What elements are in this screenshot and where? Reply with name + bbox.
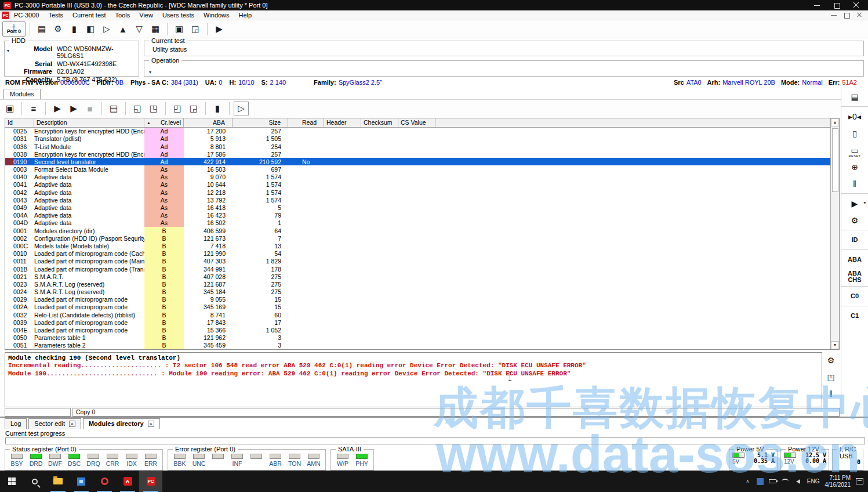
- read-sa-button[interactable]: ▽: [132, 22, 147, 36]
- log-pause-button[interactable]: ‖: [829, 389, 833, 399]
- stop-button[interactable]: ■: [82, 102, 97, 115]
- taskbar-search-button[interactable]: [23, 471, 46, 492]
- utility-tests-button[interactable]: ▤: [34, 22, 49, 36]
- save-to-file-button[interactable]: ◳: [146, 102, 161, 115]
- ime-icon[interactable]: [757, 478, 764, 485]
- tab-close-icon[interactable]: ×: [69, 421, 75, 427]
- log-settings-button[interactable]: ⚙: [827, 356, 835, 365]
- column-header-size[interactable]: Size: [233, 118, 288, 127]
- table-scrollbar[interactable]: ▲ ▼: [830, 118, 839, 349]
- c1-button[interactable]: C1: [841, 308, 868, 324]
- bottom-tab-sector-edit[interactable]: Sector edit×: [28, 418, 81, 429]
- mdi-close-icon[interactable]: [856, 12, 863, 19]
- rom-chip-button[interactable]: ▮: [67, 22, 82, 36]
- menu-help[interactable]: Help: [234, 11, 257, 19]
- mdi-minimize-icon[interactable]: [830, 12, 837, 19]
- log-save-button[interactable]: ◳: [827, 372, 834, 382]
- copy-windows-button[interactable]: ▣: [172, 22, 187, 36]
- menu-users-tests[interactable]: Users tests: [158, 11, 199, 19]
- taskbar-explorer-button[interactable]: [46, 471, 70, 492]
- service-tools-button[interactable]: ⚙: [841, 212, 868, 229]
- taskbar-pc3000-button[interactable]: PC: [139, 471, 162, 492]
- open-from-db-button[interactable]: ◰: [170, 102, 185, 115]
- table-row[interactable]: 0003Format Select Data ModuleAs16 503697: [5, 165, 830, 173]
- language-indicator[interactable]: ENG: [807, 478, 820, 484]
- read-modules-button[interactable]: ▣: [2, 102, 17, 115]
- scroll-down-icon[interactable]: ▼: [831, 341, 839, 349]
- mdi-app-icon[interactable]: PC: [2, 12, 9, 19]
- save-to-db-button[interactable]: ◲: [186, 102, 201, 115]
- table-row[interactable]: 004DAdaptive dataAs16 5021: [5, 219, 830, 227]
- column-header-cs-value[interactable]: CS Value: [398, 118, 435, 127]
- print-button[interactable]: ▤: [106, 102, 121, 115]
- table-row[interactable]: 0051Parameters table 2B345 4593: [5, 342, 830, 349]
- menu-current-test[interactable]: Current test: [68, 11, 110, 19]
- column-header-aba[interactable]: ABA: [184, 118, 233, 127]
- minimize-icon[interactable]: [813, 2, 820, 9]
- close-icon[interactable]: [853, 2, 860, 9]
- open-task-button[interactable]: ▷: [99, 22, 114, 36]
- modules-list-button[interactable]: ≡: [26, 102, 41, 115]
- export-page-button[interactable]: ▷: [234, 102, 249, 115]
- menu-tests[interactable]: Tests: [43, 11, 68, 19]
- menu-view[interactable]: View: [135, 11, 158, 19]
- column-header-cr-level[interactable]: ▲Cr.level: [144, 118, 184, 127]
- aba-button[interactable]: ABA: [841, 251, 868, 268]
- table-row[interactable]: 0043Adaptive dataAs13 7921 574: [5, 196, 830, 204]
- table-row[interactable]: 0032Relo-List (Candidate defects) (rbbli…: [5, 311, 830, 319]
- column-header-checksum[interactable]: Checksum: [361, 118, 398, 127]
- start-utility-button[interactable]: ▶▼: [841, 195, 868, 212]
- run-selected-button[interactable]: ▶: [66, 102, 81, 115]
- table-row[interactable]: 004AAdaptive dataAs16 42379: [5, 212, 830, 219]
- exit-utility-button[interactable]: ◲: [188, 22, 203, 36]
- write-sa-button[interactable]: ▲: [115, 22, 130, 36]
- table-row[interactable]: 0010Loaded part of microprogram code (Ca…: [5, 250, 830, 258]
- hidden-icons-chevron-icon[interactable]: ∧: [744, 478, 751, 484]
- table-row[interactable]: 002ALoaded part of microprogram codeB345…: [5, 303, 830, 311]
- table-row[interactable]: 0021S.M.A.R.T.B407 028275: [5, 273, 830, 280]
- table-row[interactable]: 0049Adaptive dataAs16 4185: [5, 204, 830, 211]
- table-row[interactable]: 0041Adaptive dataAs10 6441 574: [5, 181, 830, 189]
- chip-reset-button[interactable]: ▭RESET: [841, 142, 868, 158]
- table-row[interactable]: 0023S.M.A.R.T. Log (reserved)B121 687275: [5, 280, 830, 288]
- c0-button[interactable]: C0: [841, 288, 868, 305]
- scrollbar-thumb[interactable]: [832, 128, 838, 192]
- table-row[interactable]: 0031Translator (pdlist)Ad5 9131 505: [5, 135, 830, 143]
- script-scroll-button[interactable]: ▤: [841, 88, 868, 105]
- table-row[interactable]: 0002Configuration (HDD ID) (Pasport Sequ…: [5, 234, 830, 242]
- settings-gear-button[interactable]: ⚙: [50, 22, 66, 36]
- run-test-button[interactable]: ▶: [50, 102, 65, 115]
- bottom-tab-log[interactable]: Log: [5, 418, 27, 429]
- bottom-tab-modules-directory[interactable]: Modules directory×: [83, 418, 160, 429]
- wifi-icon[interactable]: [782, 479, 789, 484]
- table-row[interactable]: 0011Loaded part of microprogram code (Ma…: [5, 258, 830, 265]
- column-header-description[interactable]: Description: [34, 118, 144, 127]
- table-row[interactable]: 0042Adaptive dataAs12 2181 574: [5, 189, 830, 196]
- table-row[interactable]: 0024S.M.A.R.T. Log (reserved)B345 184275: [5, 288, 830, 295]
- id-button[interactable]: ID: [841, 231, 868, 248]
- port-select-button[interactable]: ┼ Port 0: [2, 21, 26, 37]
- pause-button[interactable]: ‖: [841, 175, 868, 192]
- table-row[interactable]: 0001Modules directory (dir)B406 59964: [5, 227, 830, 234]
- table-row[interactable]: 0039Loaded part of microprogram codeB17 …: [5, 319, 830, 326]
- volume-icon[interactable]: [796, 479, 800, 484]
- operation-dropdown-icon[interactable]: ▾: [149, 70, 151, 75]
- taskbar-clock[interactable]: 7:11 PM 4/16/2021: [825, 475, 851, 489]
- table-row[interactable]: 0036T-List ModuleAd8 801254: [5, 143, 830, 150]
- table-row[interactable]: 0025Encryption keys for encrypted HDD (E…: [5, 128, 830, 135]
- aba-chs-button[interactable]: ABA CHS: [841, 268, 868, 285]
- taskbar-photos-button[interactable]: [70, 471, 93, 492]
- taskbar-acrobat-button[interactable]: A: [116, 471, 139, 492]
- menu-tools[interactable]: Tools: [111, 11, 135, 19]
- tab-modules[interactable]: Modules: [3, 89, 41, 99]
- table-row[interactable]: 004ELoaded part of microprogram codeB15 …: [5, 326, 830, 334]
- battery-icon[interactable]: [769, 479, 776, 483]
- taskbar-start-button[interactable]: [0, 471, 23, 492]
- action-center-icon[interactable]: [856, 478, 863, 484]
- dac-zero-button[interactable]: ▸0◂: [841, 108, 868, 125]
- write-module-chip-button[interactable]: ▮: [210, 102, 225, 115]
- open-from-file-button[interactable]: ◱: [130, 102, 145, 115]
- column-header-header[interactable]: Header: [324, 118, 361, 127]
- tab-close-icon[interactable]: ×: [148, 421, 154, 427]
- table-row[interactable]: 0190Second level translatorAd422 914210 …: [5, 158, 830, 165]
